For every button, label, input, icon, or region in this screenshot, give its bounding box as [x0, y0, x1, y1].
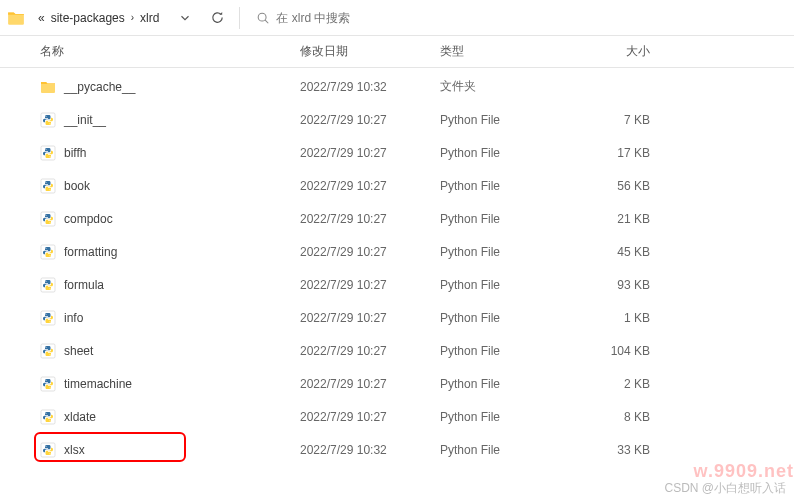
file-name-cell: book — [40, 178, 300, 194]
file-row[interactable]: __init__2022/7/29 10:27Python File7 KB — [0, 103, 794, 136]
column-headers: 名称 修改日期 类型 大小 — [0, 36, 794, 68]
file-name-cell: formatting — [40, 244, 300, 260]
file-date: 2022/7/29 10:27 — [300, 245, 440, 259]
file-name-cell: timemachine — [40, 376, 300, 392]
file-type: Python File — [440, 179, 570, 193]
file-size: 17 KB — [570, 146, 670, 160]
search-box[interactable] — [248, 4, 788, 32]
search-input[interactable] — [276, 11, 780, 25]
file-date: 2022/7/29 10:27 — [300, 146, 440, 160]
file-row[interactable]: __pycache__2022/7/29 10:32文件夹 — [0, 70, 794, 103]
file-date: 2022/7/29 10:27 — [300, 113, 440, 127]
file-name-cell: compdoc — [40, 211, 300, 227]
chevron-right-icon: › — [131, 12, 134, 23]
file-size: 93 KB — [570, 278, 670, 292]
file-name-cell: biffh — [40, 145, 300, 161]
file-row[interactable]: biffh2022/7/29 10:27Python File17 KB — [0, 136, 794, 169]
file-type: Python File — [440, 410, 570, 424]
file-row[interactable]: xlsx2022/7/29 10:32Python File33 KB — [0, 433, 794, 466]
file-type: Python File — [440, 146, 570, 160]
file-date: 2022/7/29 10:27 — [300, 212, 440, 226]
breadcrumb[interactable]: « site-packages › xlrd — [30, 11, 167, 25]
file-name-cell: xldate — [40, 409, 300, 425]
file-size: 104 KB — [570, 344, 670, 358]
watermark-url: w.9909.net — [694, 461, 794, 482]
breadcrumb-prefix: « — [38, 11, 45, 25]
file-row[interactable]: formula2022/7/29 10:27Python File93 KB — [0, 268, 794, 301]
column-header-name[interactable]: 名称 — [40, 43, 300, 60]
file-name-cell: info — [40, 310, 300, 326]
file-name-cell: formula — [40, 277, 300, 293]
file-size: 8 KB — [570, 410, 670, 424]
file-row[interactable]: book2022/7/29 10:27Python File56 KB — [0, 169, 794, 202]
file-type: Python File — [440, 245, 570, 259]
file-date: 2022/7/29 10:27 — [300, 179, 440, 193]
file-type: Python File — [440, 311, 570, 325]
file-name-cell: xlsx — [40, 442, 300, 458]
file-size: 7 KB — [570, 113, 670, 127]
watermark-csdn: CSDN @小白想听入话 — [664, 480, 786, 497]
file-name: xldate — [64, 410, 96, 424]
python-file-icon — [40, 244, 56, 260]
breadcrumb-current[interactable]: xlrd — [140, 11, 159, 25]
file-date: 2022/7/29 10:27 — [300, 377, 440, 391]
python-file-icon — [40, 112, 56, 128]
file-name: formula — [64, 278, 104, 292]
file-list: __pycache__2022/7/29 10:32文件夹__init__202… — [0, 68, 794, 466]
history-dropdown-button[interactable] — [171, 4, 199, 32]
file-row[interactable]: xldate2022/7/29 10:27Python File8 KB — [0, 400, 794, 433]
python-file-icon — [40, 343, 56, 359]
file-type: Python File — [440, 113, 570, 127]
file-row[interactable]: timemachine2022/7/29 10:27Python File2 K… — [0, 367, 794, 400]
file-row[interactable]: sheet2022/7/29 10:27Python File104 KB — [0, 334, 794, 367]
python-file-icon — [40, 145, 56, 161]
file-date: 2022/7/29 10:32 — [300, 80, 440, 94]
file-name: __init__ — [64, 113, 106, 127]
file-type: Python File — [440, 212, 570, 226]
file-size: 33 KB — [570, 443, 670, 457]
python-file-icon — [40, 277, 56, 293]
file-name: info — [64, 311, 83, 325]
file-type: Python File — [440, 443, 570, 457]
file-name: xlsx — [64, 443, 85, 457]
python-file-icon — [40, 211, 56, 227]
file-type: Python File — [440, 344, 570, 358]
refresh-button[interactable] — [203, 4, 231, 32]
file-name: biffh — [64, 146, 86, 160]
file-size: 21 KB — [570, 212, 670, 226]
file-row[interactable]: info2022/7/29 10:27Python File1 KB — [0, 301, 794, 334]
file-size: 45 KB — [570, 245, 670, 259]
file-type: Python File — [440, 278, 570, 292]
file-name: __pycache__ — [64, 80, 135, 94]
file-name: timemachine — [64, 377, 132, 391]
column-header-type[interactable]: 类型 — [440, 43, 570, 60]
column-header-date[interactable]: 修改日期 — [300, 43, 440, 60]
python-file-icon — [40, 442, 56, 458]
folder-icon — [40, 79, 56, 95]
breadcrumb-parent[interactable]: site-packages — [51, 11, 125, 25]
column-header-size[interactable]: 大小 — [570, 43, 670, 60]
file-type: 文件夹 — [440, 78, 570, 95]
file-size: 56 KB — [570, 179, 670, 193]
file-name-cell: sheet — [40, 343, 300, 359]
file-row[interactable]: formatting2022/7/29 10:27Python File45 K… — [0, 235, 794, 268]
file-date: 2022/7/29 10:27 — [300, 410, 440, 424]
python-file-icon — [40, 310, 56, 326]
file-name: book — [64, 179, 90, 193]
python-file-icon — [40, 178, 56, 194]
search-icon — [256, 11, 270, 25]
python-file-icon — [40, 409, 56, 425]
file-size: 2 KB — [570, 377, 670, 391]
separator — [239, 7, 240, 29]
python-file-icon — [40, 376, 56, 392]
file-name-cell: __pycache__ — [40, 79, 300, 95]
file-name-cell: __init__ — [40, 112, 300, 128]
file-name: sheet — [64, 344, 93, 358]
folder-icon — [6, 8, 26, 28]
file-row[interactable]: compdoc2022/7/29 10:27Python File21 KB — [0, 202, 794, 235]
file-date: 2022/7/29 10:27 — [300, 311, 440, 325]
file-type: Python File — [440, 377, 570, 391]
file-size: 1 KB — [570, 311, 670, 325]
file-date: 2022/7/29 10:32 — [300, 443, 440, 457]
file-date: 2022/7/29 10:27 — [300, 344, 440, 358]
